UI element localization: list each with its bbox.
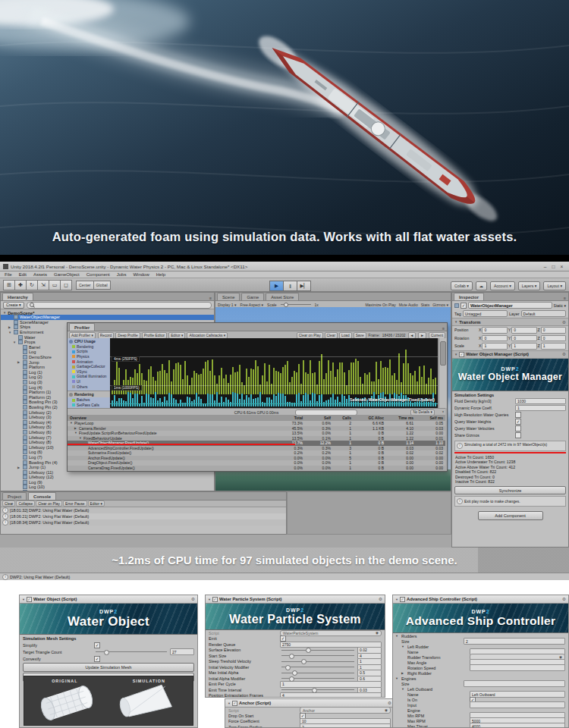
axis-y-field[interactable]: 1 xyxy=(511,343,536,350)
column-self[interactable]: Self xyxy=(305,416,333,420)
game-view-toggle[interactable]: Stats xyxy=(421,303,429,307)
profiler-row[interactable]: Anchor.FixedUpdate() 0.0% 0.0% 5 0 B 0.0… xyxy=(68,456,445,461)
gear-icon[interactable]: ⚙ xyxy=(562,320,566,325)
legend-item[interactable]: Animation xyxy=(68,359,110,365)
axis-x-field[interactable]: 0 xyxy=(482,327,507,334)
field-checkbox[interactable]: ✓ xyxy=(515,419,521,425)
menu-item[interactable]: Component xyxy=(86,272,110,277)
rendering-module-header[interactable]: Rendering xyxy=(68,391,110,397)
column-overview[interactable]: Overview xyxy=(68,416,275,420)
hierarchy-item[interactable]: Log (10) xyxy=(1,485,214,490)
object-field[interactable]: WaterParticleSystem◉ xyxy=(280,630,382,637)
toolbar-dropdown[interactable]: Account ▾ xyxy=(490,281,515,290)
menu-item[interactable]: GameObject xyxy=(54,272,80,277)
component-button[interactable]: Update Simulation Mesh xyxy=(23,663,194,672)
gizmo-star-icon[interactable]: * xyxy=(442,410,444,415)
profiler-row[interactable]: CameraDrag.FixedUpdate() 0.0% 0.0% 1 0 B… xyxy=(68,466,445,471)
active-checkbox[interactable]: ✓ xyxy=(461,303,467,309)
field-slider[interactable] xyxy=(281,650,354,651)
view-tab[interactable]: Scene xyxy=(217,293,240,300)
component-enabled-checkbox[interactable]: ✓ xyxy=(27,597,32,602)
column-selfms[interactable]: Self ms xyxy=(416,416,445,420)
field-checkbox[interactable] xyxy=(515,412,521,418)
hierarchy-item[interactable]: WaterObjectManager xyxy=(1,315,214,320)
field-input[interactable] xyxy=(464,680,565,687)
tab-profiler[interactable]: Profiler xyxy=(69,323,95,331)
console-button[interactable]: Clear on Play xyxy=(36,500,62,507)
hierarchy-item[interactable]: Log (9) xyxy=(1,480,214,485)
axis-y-field[interactable]: 0 xyxy=(511,335,536,342)
game-view-toggle[interactable]: Gizmos ▾ xyxy=(432,303,448,307)
toolbar-dropdown[interactable]: ☁ xyxy=(476,281,487,290)
tool-button[interactable]: ⊞ xyxy=(3,280,14,290)
object-field[interactable]: Anchor◉ xyxy=(300,707,391,714)
close-button[interactable]: × xyxy=(558,264,566,269)
pause-button[interactable]: ‖ xyxy=(283,281,297,291)
component-enabled-checkbox[interactable]: ✓ xyxy=(212,597,218,602)
foldout-icon[interactable]: ▶ xyxy=(401,671,406,675)
scale-slider[interactable] xyxy=(281,304,311,305)
hierarchy-item[interactable]: Log (11) xyxy=(1,490,214,491)
legend-item[interactable]: GarbageCollector xyxy=(68,364,110,369)
menu-item[interactable]: Jobs xyxy=(117,272,127,277)
column-calls[interactable]: Calls xyxy=(333,416,354,420)
console-log-entry[interactable]: i [18:08:34] DWP2: Using Flat Water (Def… xyxy=(1,519,286,526)
foldout-icon[interactable]: ▼ xyxy=(401,645,406,648)
field-input[interactable]: 4000 xyxy=(470,723,565,728)
panel-menu-icon[interactable]: ≡ xyxy=(561,296,568,300)
legend-item[interactable]: Global Illumination xyxy=(68,375,110,380)
console-log-entry[interactable]: i [18:01:32] DWP2: Using Flat Water (Def… xyxy=(1,507,286,513)
axis-z-field[interactable]: 0 xyxy=(541,327,566,334)
console-button[interactable]: Editor ▾ xyxy=(88,500,105,507)
component-enabled-checkbox[interactable]: ✓ xyxy=(459,352,464,357)
status-bar[interactable]: i DWP2: Using Flat Water (Default) xyxy=(0,573,569,580)
gear-icon[interactable]: ⚙ xyxy=(379,597,382,601)
static-toggle[interactable]: Static ▾ xyxy=(554,303,566,308)
profiler-row[interactable]: AdvancedShipController.FixedUpdate() 0.3… xyxy=(68,446,445,451)
field-slider[interactable] xyxy=(96,651,167,652)
toolbar-dropdown[interactable]: Layout ▾ xyxy=(543,281,566,290)
legend-item[interactable]: UI xyxy=(68,379,110,384)
maximize-button[interactable]: □ xyxy=(549,264,558,269)
field-checkbox[interactable]: ✓ xyxy=(94,656,100,662)
menu-item[interactable]: Help xyxy=(156,272,165,277)
minimize-button[interactable]: – xyxy=(541,264,549,269)
field-slider[interactable] xyxy=(281,655,354,656)
game-view-toggle[interactable]: Mute Audio xyxy=(399,303,418,307)
tool-button[interactable]: ▭ xyxy=(49,280,60,290)
gear-icon[interactable]: ⚙ xyxy=(562,597,566,601)
profiler-row[interactable]: Submarine.FixedUpdate() 0.2% 0.2% 1 0 B … xyxy=(68,450,445,456)
step-button[interactable]: ▶▏ xyxy=(297,281,311,291)
field-slider[interactable] xyxy=(281,689,354,690)
space-toggle[interactable]: Global xyxy=(93,281,111,290)
field-input[interactable] xyxy=(470,664,565,671)
column-total[interactable]: Total xyxy=(275,416,305,420)
field-input[interactable]: 2 xyxy=(300,723,391,728)
field-slider[interactable] xyxy=(281,678,354,679)
transform-header[interactable]: ▼ Transform ⚙ xyxy=(452,318,568,326)
game-view-toggle[interactable]: Maximize On Play xyxy=(365,303,395,307)
toolbar-dropdown[interactable]: Collab ▾ xyxy=(451,281,473,290)
profiler-row[interactable]: ▼ FixedUpdate.ScriptRunBehaviourFixedUpd… xyxy=(68,431,445,436)
play-button[interactable]: ▶ xyxy=(269,281,284,291)
component-header[interactable]: ▼ ✓ Water Object Manager (Script) ⚙ xyxy=(452,350,568,359)
field-slider[interactable] xyxy=(281,673,354,673)
panel-menu-icon[interactable]: ≡ xyxy=(207,296,214,300)
menu-item[interactable]: Window xyxy=(133,272,149,277)
profiler-scrollbar[interactable] xyxy=(439,338,447,408)
foldout-icon[interactable]: ▼ xyxy=(395,676,400,680)
foldout-icon[interactable]: ▼ xyxy=(401,687,406,691)
pivot-toggle[interactable]: Center xyxy=(76,281,94,290)
legend-item[interactable]: Batches xyxy=(68,397,110,403)
console-button[interactable]: Clear xyxy=(2,500,15,507)
display-dropdown[interactable]: Display 1 ▾ xyxy=(218,303,236,307)
tool-button[interactable]: ✚ xyxy=(14,280,26,290)
layer-dropdown[interactable]: Default xyxy=(521,310,566,317)
profiler-row[interactable]: ▼ PlayerLoop 73.3% 0.6% 2 6.6 KB 6.61 0.… xyxy=(68,421,445,426)
tool-button[interactable]: ↻ xyxy=(26,280,37,290)
add-component-button[interactable]: Add Component xyxy=(478,511,543,520)
field-slider[interactable] xyxy=(281,667,354,667)
tab-project[interactable]: Project xyxy=(2,492,27,500)
axis-x-field[interactable]: 0 xyxy=(482,335,507,342)
column-gc[interactable]: GC Alloc xyxy=(354,416,386,420)
